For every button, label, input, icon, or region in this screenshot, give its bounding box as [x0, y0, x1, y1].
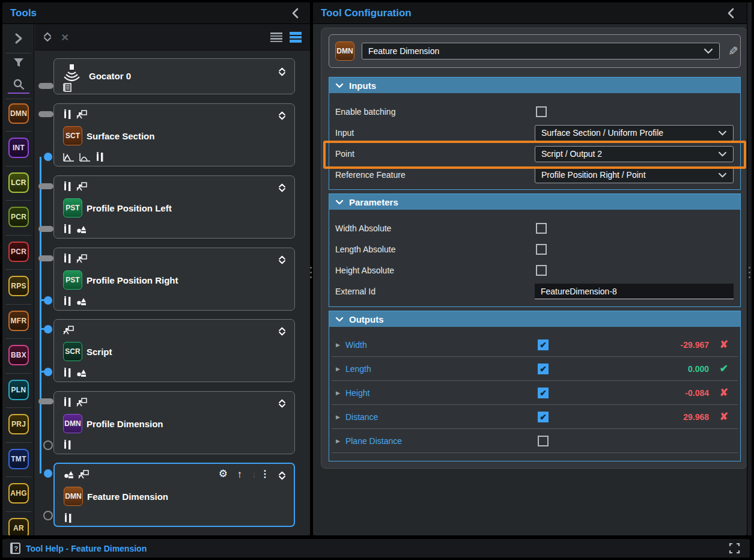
card-expander-icon[interactable] — [278, 183, 286, 192]
height-absolute-checkbox[interactable] — [536, 265, 547, 276]
output-distance-link[interactable]: Distance — [345, 412, 378, 422]
move-up-icon[interactable]: ↑ — [237, 469, 243, 481]
output-height-link[interactable]: Height — [345, 388, 369, 398]
inputs-section: Inputs Enable batching Input Surface Sec… — [329, 77, 741, 190]
rail-badge-dmn[interactable]: DMN — [8, 103, 29, 124]
config-collapse-icon[interactable] — [725, 7, 737, 19]
port-output-profile-position-right-connected[interactable] — [44, 296, 52, 305]
parameters-section-header[interactable]: Parameters — [329, 194, 740, 210]
rail-badge-pcr[interactable]: PCR — [8, 242, 29, 262]
rail-badge-pln[interactable]: PLN — [8, 380, 29, 400]
chevron-down-icon — [718, 172, 727, 178]
output-distance-checkbox[interactable]: ✔ — [538, 412, 549, 422]
tool-card-profile-position-left[interactable]: PST Profile Position Left — [53, 175, 295, 239]
rail-badge-tmt[interactable]: TMT — [8, 449, 29, 469]
output-width-checkbox[interactable]: ✔ — [538, 339, 549, 350]
port-output-script-connected[interactable] — [44, 368, 52, 376]
rail-badge-prj[interactable]: PRJ — [8, 414, 29, 434]
outputs-section-header[interactable]: Outputs — [329, 311, 740, 327]
port-input-profile-position-left[interactable] — [38, 183, 53, 189]
rail-badge-ahg[interactable]: AHG — [8, 483, 29, 504]
tool-badge-pst: PST — [63, 270, 82, 290]
disclosure-triangle-icon[interactable]: ▶ — [336, 438, 340, 444]
sensor-icon — [62, 64, 81, 83]
port-input-profile-dimension[interactable] — [38, 398, 53, 404]
expand-rail-icon[interactable] — [2, 32, 34, 44]
disclosure-triangle-icon[interactable]: ▶ — [336, 366, 340, 372]
expand-collapse-all-icon[interactable] — [43, 32, 52, 42]
panel-splitter[interactable] — [310, 267, 312, 278]
card-expander-icon[interactable] — [278, 327, 286, 336]
search-icon[interactable] — [2, 78, 34, 90]
port-input-script-connected[interactable] — [44, 325, 52, 333]
tool-card-surface-section[interactable]: SCT Surface Section — [53, 103, 295, 166]
rail-badge-ar[interactable]: AR — [8, 518, 29, 535]
card-expander-icon[interactable] — [278, 399, 286, 408]
output-plane-distance-link[interactable]: Plane Distance — [345, 436, 402, 446]
list-view-detailed-icon[interactable] — [290, 32, 302, 43]
tool-help-bar[interactable]: ? Tool Help - Feature Dimension — [2, 539, 750, 558]
card-expander-icon[interactable] — [278, 111, 286, 120]
port-input-feature-dimension-connected[interactable] — [44, 469, 52, 478]
inputs-section-header[interactable]: Inputs — [329, 78, 740, 93]
card-expander-icon[interactable] — [278, 471, 286, 480]
tools-collapse-icon[interactable] — [290, 7, 302, 19]
config-panel-title: Tool Configuration — [321, 7, 412, 19]
point-dropdown[interactable]: Script / Output 2 — [535, 146, 734, 162]
enable-batching-checkbox[interactable] — [536, 106, 547, 117]
tool-card-profile-position-right[interactable]: PST Profile Position Right — [53, 248, 295, 311]
fullscreen-icon[interactable] — [729, 543, 740, 556]
port-input-profile-position-right[interactable] — [38, 255, 53, 261]
data-list-icon — [63, 83, 73, 93]
port-output-profile-position-left[interactable] — [38, 226, 53, 232]
external-id-input[interactable] — [535, 284, 734, 299]
chevron-down-icon — [335, 83, 344, 88]
port-output-feature-dimension-empty[interactable] — [43, 511, 53, 520]
filter-icon[interactable] — [2, 58, 34, 68]
port-output-surface-section-connected[interactable] — [44, 153, 52, 161]
tool-configuration-panel: Tool Configuration DMN Feature Dimension… — [313, 2, 747, 535]
list-view-compact-icon[interactable] — [270, 32, 282, 42]
disclosure-triangle-icon[interactable]: ▶ — [336, 342, 340, 348]
port-input-surface-section[interactable] — [38, 111, 53, 117]
rename-tool-pencil-icon[interactable]: ✎ — [728, 44, 738, 58]
card-expander-icon[interactable] — [278, 67, 286, 76]
disclosure-triangle-icon[interactable]: ▶ — [336, 390, 340, 396]
reference-feature-dropdown[interactable]: Profile Position Right / Point — [535, 167, 734, 183]
rail-badge-int[interactable]: INT — [8, 138, 29, 158]
kebab-menu-icon[interactable]: ⋮ — [260, 468, 270, 479]
disclosure-triangle-icon[interactable]: ▶ — [336, 414, 340, 420]
tool-selector-dropdown[interactable]: Feature Dimension — [362, 43, 720, 59]
rail-badge-lcr[interactable]: LCR — [8, 172, 29, 193]
output-height-checkbox[interactable]: ✔ — [538, 388, 549, 398]
tool-card-profile-dimension[interactable]: DMN Profile Dimension — [53, 391, 295, 454]
output-width-link[interactable]: Width — [345, 340, 367, 350]
card-output-icons — [63, 368, 87, 378]
rail-badge-rps[interactable]: RPS — [8, 276, 29, 296]
rail-divider — [5, 407, 31, 408]
port-output-gocator[interactable] — [38, 83, 53, 89]
rail-badge-pcr[interactable]: PCR — [8, 207, 29, 227]
output-row-length: ▶ Length ✔ 0.000 ✔ — [332, 357, 738, 381]
tool-card-gocator[interactable]: Gocator 0 — [53, 58, 295, 94]
move-down-icon-disabled[interactable]: ↓ — [252, 469, 257, 481]
input-dropdown[interactable]: Surface Section / Uniform Profile — [535, 125, 734, 141]
rail-badge-bbx[interactable]: BBX — [8, 345, 29, 365]
port-output-profile-dimension-empty[interactable] — [43, 440, 53, 450]
width-absolute-label: Width Absolute — [335, 224, 391, 233]
length-absolute-checkbox[interactable] — [536, 244, 547, 255]
right-panel-splitter[interactable] — [749, 267, 750, 278]
tool-card-feature-dimension[interactable]: DMN Feature Dimension ⚙ ↑ ↓ ⋮ — [53, 463, 295, 527]
rail-badge-mfr[interactable]: MFR — [8, 311, 29, 331]
output-row-distance: ▶ Distance ✔ 29.968 ✘ — [332, 405, 738, 429]
card-expander-icon[interactable] — [278, 255, 286, 264]
width-absolute-checkbox[interactable] — [536, 223, 547, 234]
output-length-link[interactable]: Length — [345, 364, 371, 374]
clear-selection-icon[interactable]: × — [61, 31, 68, 43]
fail-cross-icon: ✘ — [720, 386, 728, 399]
tool-card-name: Surface Section — [87, 131, 154, 141]
output-plane-distance-checkbox[interactable] — [538, 436, 549, 446]
script-generate-icon[interactable]: ⚙ — [219, 467, 228, 480]
tool-card-script[interactable]: SCR Script — [53, 319, 295, 382]
output-length-checkbox[interactable]: ✔ — [538, 364, 549, 374]
